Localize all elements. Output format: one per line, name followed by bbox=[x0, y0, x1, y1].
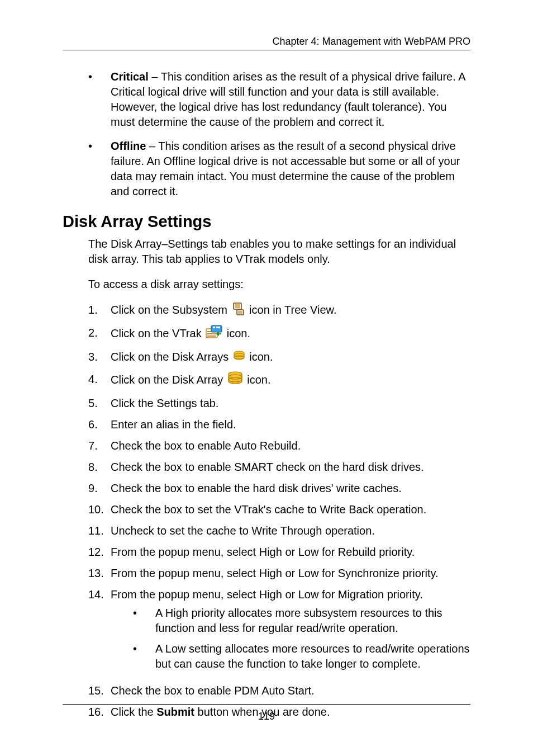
page-number: 119 bbox=[63, 711, 470, 722]
sub-bullet-text: A High priority allocates more subsystem… bbox=[155, 606, 470, 636]
bullet-bold: Critical bbox=[111, 70, 149, 83]
section-para2: To access a disk array settings: bbox=[88, 277, 470, 292]
step-text: Check the box to enable Auto Rebuild. bbox=[111, 438, 470, 453]
step-text: icon in Tree View. bbox=[249, 304, 336, 316]
footer-rule bbox=[63, 704, 470, 705]
step-text: Check the box to enable the hard disk dr… bbox=[111, 480, 470, 496]
step-text: Click on the VTrak bbox=[111, 327, 204, 339]
bullet-bold: Offline bbox=[111, 140, 146, 152]
step-6: Enter an alias in the field. bbox=[88, 417, 470, 432]
subsystem-icon bbox=[232, 302, 245, 319]
step-text: icon. bbox=[249, 351, 273, 363]
step-text: From the popup menu, select High or Low … bbox=[111, 544, 470, 560]
step-7: Check the box to enable Auto Rebuild. bbox=[88, 438, 470, 453]
step-text: Check the box to set the VTrak's cache t… bbox=[111, 502, 470, 517]
section-title: Disk Array Settings bbox=[63, 212, 470, 231]
step-text: Click on the Subsystem bbox=[111, 304, 231, 316]
step-15: Check the box to enable PDM Auto Start. bbox=[88, 683, 470, 698]
step-1: Click on the Subsystem icon in Tree View… bbox=[88, 302, 470, 319]
steps-list: Click on the Subsystem icon in Tree View… bbox=[88, 302, 470, 720]
step-14: From the popup menu, select High or Low … bbox=[88, 587, 470, 677]
step-text: Click on the Disk Array bbox=[111, 374, 226, 386]
bullet-text: – This condition arises as the result of… bbox=[111, 70, 465, 128]
step-text: Uncheck to set the cache to Write Throug… bbox=[111, 523, 470, 538]
step-11: Uncheck to set the cache to Write Throug… bbox=[88, 523, 470, 538]
step-3: Click on the Disk Arrays icon. bbox=[88, 349, 470, 366]
section-para1: The Disk Array–Settings tab enables you … bbox=[88, 237, 470, 267]
svg-rect-3 bbox=[238, 311, 242, 314]
intro-bullet-critical: • Critical – This condition arises as th… bbox=[88, 69, 470, 130]
page-header: Chapter 4: Management with WebPAM PRO bbox=[63, 36, 470, 50]
step-4: Click on the Disk Array icon. bbox=[88, 371, 470, 390]
disk-arrays-icon bbox=[233, 350, 245, 366]
step-text: icon. bbox=[227, 327, 250, 339]
step-5: Click the Settings tab. bbox=[88, 395, 470, 411]
intro-bullet-offline: • Offline – This condition arises as the… bbox=[88, 139, 470, 199]
step-text: From the popup menu, select High or Low … bbox=[111, 565, 470, 581]
step-2: Click on the VTrak icon. bbox=[88, 325, 470, 343]
sub-bullet: • A High priority allocates more subsyst… bbox=[133, 606, 470, 636]
step-text: From the popup menu, select High or Low … bbox=[111, 588, 423, 601]
step-text: Click on the Disk Arrays bbox=[111, 351, 232, 363]
sub-bullet-text: A Low setting allocates more resources t… bbox=[155, 641, 470, 672]
svg-rect-8 bbox=[211, 325, 222, 332]
step-13: From the popup menu, select High or Low … bbox=[88, 565, 470, 581]
svg-rect-9 bbox=[213, 327, 215, 328]
step-8: Check the box to enable SMART check on t… bbox=[88, 459, 470, 475]
svg-rect-1 bbox=[235, 304, 240, 308]
step-text: Check the box to enable PDM Auto Start. bbox=[111, 683, 470, 698]
step-12: From the popup menu, select High or Low … bbox=[88, 544, 470, 560]
svg-rect-6 bbox=[207, 333, 216, 334]
step-text: icon. bbox=[247, 374, 270, 386]
svg-rect-7 bbox=[207, 336, 216, 337]
bullet-text: – This condition arises as the result of… bbox=[111, 140, 460, 197]
sub-bullet: • A Low setting allocates more resources… bbox=[133, 641, 470, 672]
step-text: Click the Settings tab. bbox=[111, 395, 470, 411]
step-text: Enter an alias in the field. bbox=[111, 417, 470, 432]
step-10: Check the box to set the VTrak's cache t… bbox=[88, 502, 470, 517]
step-9: Check the box to enable the hard disk dr… bbox=[88, 480, 470, 496]
svg-rect-10 bbox=[216, 327, 220, 328]
step-text: Check the box to enable SMART check on t… bbox=[111, 459, 470, 475]
disk-array-icon bbox=[227, 371, 243, 390]
vtrak-icon bbox=[206, 325, 222, 343]
